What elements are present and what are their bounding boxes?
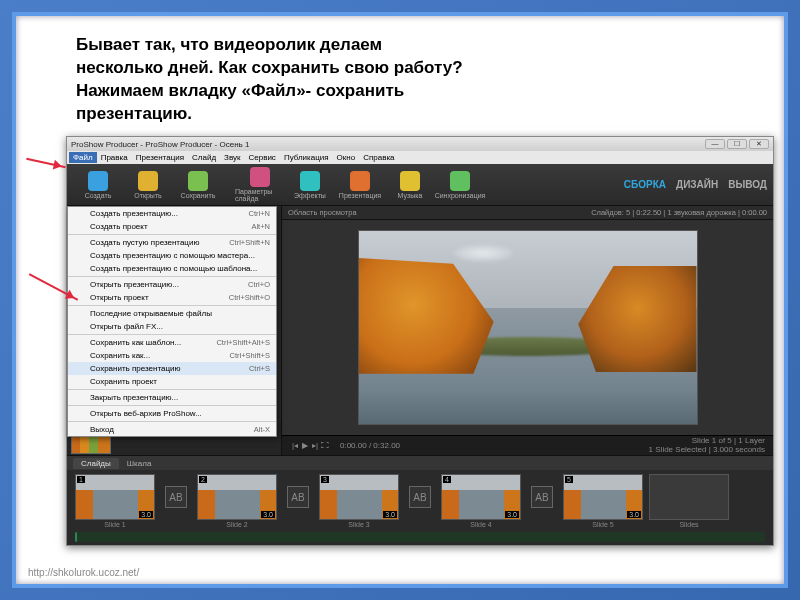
effects-icon (300, 171, 320, 191)
file-menu-item[interactable]: Создать презентацию...Ctrl+N (68, 207, 276, 220)
timeline-ghost-slide[interactable]: Slides (649, 474, 729, 528)
playback-controls: |◂ ▶ ▸| ⛶ 0:00.00 / 0:32.00 Slide 1 of 5… (282, 435, 773, 455)
timeline-slide[interactable]: 33.0Slide 3 (319, 474, 399, 528)
timeline-slide[interactable]: 43.0Slide 4 (441, 474, 521, 528)
file-menu-item[interactable]: Закрыть презентацию... (68, 391, 276, 404)
menubar: Файл Правка Презентация Слайд Звук Серви… (67, 151, 773, 164)
menu-publish[interactable]: Публикация (280, 152, 333, 163)
preview-header-right: Слайдов: 5 | 0:22.50 | 1 звуковая дорожк… (591, 208, 767, 217)
selection-status: 1 Slide Selected | 3.000 seconds (649, 446, 765, 455)
file-menu-item[interactable]: Сохранить проект (68, 375, 276, 388)
tool-presentation[interactable]: Презентация (335, 166, 385, 204)
sync-icon (450, 171, 470, 191)
mode-design[interactable]: ДИЗАЙН (676, 179, 718, 190)
file-menu-item[interactable]: ВыходAlt-X (68, 423, 276, 436)
tool-open[interactable]: Открыть (123, 166, 173, 204)
mode-build[interactable]: СБОРКА (624, 179, 666, 190)
tool-slide-params[interactable]: Параметры слайда (235, 166, 285, 204)
timeline-tabs: Слайды Шкала (67, 456, 773, 470)
params-icon (250, 167, 270, 187)
arrow-to-file-menu (26, 158, 66, 168)
preview-header: Область просмотра Слайдов: 5 | 0:22.50 |… (282, 206, 773, 220)
file-menu-item[interactable]: Открыть файл FX... (68, 320, 276, 333)
tool-new[interactable]: Создать (73, 166, 123, 204)
file-menu-item[interactable]: Открыть проектCtrl+Shift+O (68, 291, 276, 304)
app-title: ProShow Producer - ProShow Producer - Ос… (71, 140, 249, 149)
menu-sound[interactable]: Звук (220, 152, 244, 163)
timeline-slide[interactable]: 53.0Slide 5 (563, 474, 643, 528)
menu-presentation[interactable]: Презентация (132, 152, 188, 163)
left-panel: Создать презентацию...Ctrl+NСоздать прое… (67, 206, 282, 455)
music-icon (400, 171, 420, 191)
app-window: ProShow Producer - ProShow Producer - Ос… (66, 136, 774, 546)
menu-service[interactable]: Сервис (244, 152, 279, 163)
audio-track[interactable] (75, 532, 765, 542)
file-menu-item[interactable]: Сохранить как шаблон...Ctrl+Shift+Alt+S (68, 336, 276, 349)
transition[interactable]: AB (283, 474, 313, 520)
prev-button[interactable]: |◂ (290, 441, 300, 450)
menu-slide[interactable]: Слайд (188, 152, 220, 163)
file-menu-item[interactable]: Открыть презентацию...Ctrl+O (68, 278, 276, 291)
preview-panel: Область просмотра Слайдов: 5 | 0:22.50 |… (282, 206, 773, 455)
transition[interactable]: AB (527, 474, 557, 520)
file-menu-item[interactable]: Создать презентацию с помощью мастера... (68, 249, 276, 262)
headline-2: несколько дней. Как сохранить свою работ… (76, 57, 754, 80)
main-toolbar: Создать Открыть Сохранить Параметры слай… (67, 164, 773, 206)
presentation-icon (350, 171, 370, 191)
maximize-button[interactable]: ☐ (727, 139, 747, 149)
tool-save[interactable]: Сохранить (173, 166, 223, 204)
save-icon (188, 171, 208, 191)
window-titlebar: ProShow Producer - ProShow Producer - Ос… (67, 137, 773, 151)
slide-frame: Бывает так, что видеоролик делаем нескол… (12, 12, 788, 588)
tool-effects[interactable]: Эффекты (285, 166, 335, 204)
headline-3: Нажимаем вкладку «Файл»- сохранить (76, 80, 754, 103)
file-menu-item[interactable]: Создать пустую презентациюCtrl+Shift+N (68, 236, 276, 249)
mode-output[interactable]: ВЫВОД (728, 179, 767, 190)
file-menu-dropdown: Создать презентацию...Ctrl+NСоздать прое… (67, 206, 277, 437)
fullscreen-button[interactable]: ⛶ (320, 441, 330, 450)
tab-scale[interactable]: Шкала (119, 458, 160, 469)
preview-header-left: Область просмотра (288, 208, 357, 217)
file-menu-item[interactable]: Создать проектAlt+N (68, 220, 276, 233)
transition[interactable]: AB (161, 474, 191, 520)
headline-4: презентацию. (76, 103, 754, 126)
mode-switcher: СБОРКА ДИЗАЙН ВЫВОД (624, 179, 767, 190)
file-menu-item[interactable]: Открыть веб-архив ProShow... (68, 407, 276, 420)
file-menu-item[interactable]: Сохранить как...Ctrl+Shift+S (68, 349, 276, 362)
next-button[interactable]: ▸| (310, 441, 320, 450)
menu-help[interactable]: Справка (359, 152, 398, 163)
menu-window[interactable]: Окно (333, 152, 360, 163)
file-menu-item[interactable]: Последние открываемые файлы (68, 307, 276, 320)
preview-canvas[interactable] (358, 230, 698, 425)
transition[interactable]: AB (405, 474, 435, 520)
close-button[interactable]: ✕ (749, 139, 769, 149)
tool-music[interactable]: Музыка (385, 166, 435, 204)
timeline-slide[interactable]: 13.0Slide 1 (75, 474, 155, 528)
play-button[interactable]: ▶ (300, 441, 310, 450)
timeline-slide[interactable]: 23.0Slide 2 (197, 474, 277, 528)
menu-edit[interactable]: Правка (97, 152, 132, 163)
file-menu-item[interactable]: Сохранить презентациюCtrl+S (68, 362, 276, 375)
new-icon (88, 171, 108, 191)
time-display: 0:00.00 / 0:32.00 (340, 441, 400, 450)
timeline-panel: Слайды Шкала 13.0Slide 1AB23.0Slide 2AB3… (67, 455, 773, 545)
minimize-button[interactable]: — (705, 139, 725, 149)
preview-area (282, 220, 773, 435)
headline-1: Бывает так, что видеоролик делаем (76, 34, 754, 57)
menu-file[interactable]: Файл (69, 152, 97, 163)
file-menu-item[interactable]: Создать презентацию с помощью шаблона... (68, 262, 276, 275)
presentation-slide: Бывает так, что видеоролик делаем нескол… (0, 0, 800, 600)
screenshot-container: ProShow Producer - ProShow Producer - Ос… (66, 136, 774, 546)
footer-url: http://shkolurok.ucoz.net/ (28, 567, 139, 578)
open-icon (138, 171, 158, 191)
tool-sync[interactable]: Синхронизация (435, 166, 485, 204)
tab-slides[interactable]: Слайды (73, 458, 119, 469)
timeline-body[interactable]: 13.0Slide 1AB23.0Slide 2AB33.0Slide 3AB4… (67, 470, 773, 532)
